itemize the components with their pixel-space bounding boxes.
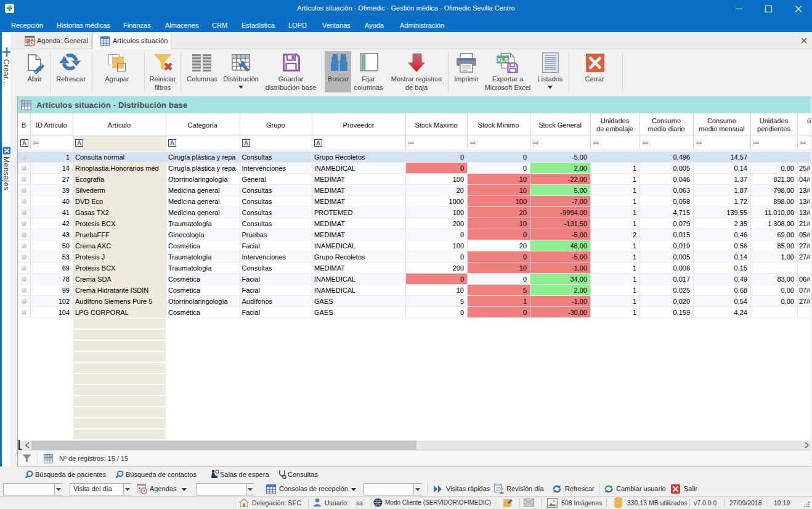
svg-text:A: A [22,139,27,147]
svg-text:A: A [170,139,175,147]
svg-text:A: A [243,139,248,147]
svg-text:A: A [77,139,82,147]
svg-text:A: A [316,139,321,147]
svg-text:XLS: XLS [497,56,508,63]
